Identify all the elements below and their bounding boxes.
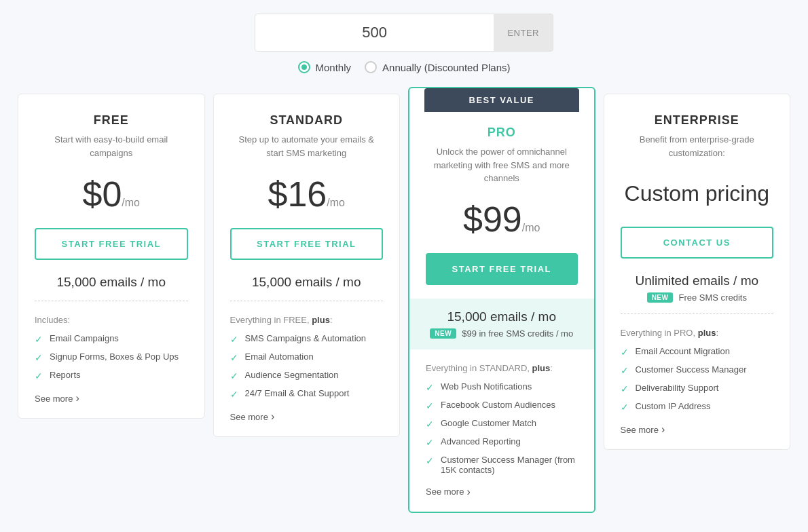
list-item: ✓ Customer Success Manager bbox=[621, 364, 774, 376]
enterprise-plan-name: ENTERPRISE bbox=[621, 113, 774, 128]
list-item: ✓ SMS Campaigns & Automation bbox=[230, 333, 384, 345]
pro-plan-description: Unlock the power of omnichannel marketin… bbox=[426, 145, 578, 185]
check-icon: ✓ bbox=[35, 370, 43, 381]
list-item: ✓ Email Automation bbox=[230, 352, 384, 363]
enterprise-emails-amount: Unlimited emails / mo bbox=[621, 273, 774, 288]
check-icon: ✓ bbox=[621, 402, 629, 413]
check-icon: ✓ bbox=[230, 389, 238, 400]
free-plan-name: FREE bbox=[35, 113, 188, 128]
enterprise-plan-card: ENTERPRISE Benefit from enterprise-grade… bbox=[604, 94, 791, 450]
free-price-period: /mo bbox=[122, 197, 140, 208]
free-features-label: Includes: bbox=[35, 315, 188, 325]
monthly-radio-circle bbox=[298, 61, 310, 73]
standard-cta-button[interactable]: START FREE TRIAL bbox=[230, 228, 384, 260]
check-icon: ✓ bbox=[426, 400, 434, 411]
pro-see-more[interactable]: See more bbox=[426, 486, 578, 498]
enterprise-price-custom: Custom pricing bbox=[621, 174, 774, 213]
standard-emails-amount: 15,000 emails / mo bbox=[230, 275, 384, 290]
check-icon: ✓ bbox=[230, 352, 238, 363]
enter-button[interactable]: ENTER bbox=[494, 14, 553, 51]
check-icon: ✓ bbox=[230, 370, 238, 381]
check-icon: ✓ bbox=[426, 455, 434, 466]
standard-plan-description: Step up to automate your emails & start … bbox=[230, 133, 384, 160]
enterprise-features-section: Everything in PRO, plus: ✓ Email Account… bbox=[621, 328, 774, 413]
feature-text: Signup Forms, Boxes & Pop Ups bbox=[50, 352, 179, 362]
enterprise-new-tag: NEW bbox=[647, 292, 674, 303]
standard-features-section: Everything in FREE, plus: ✓ SMS Campaign… bbox=[230, 315, 384, 400]
list-item: ✓ Google Customer Match bbox=[426, 418, 578, 430]
feature-text: Email Campaigns bbox=[50, 333, 119, 343]
list-item: ✓ Web Push Notifications bbox=[426, 381, 578, 393]
list-item: ✓ Custom IP Address bbox=[621, 401, 774, 413]
pro-plan-name: PRO bbox=[426, 126, 578, 140]
feature-text: Customer Success Manager (from 15K conta… bbox=[441, 455, 578, 475]
standard-plan-price: $16/mo bbox=[230, 174, 384, 214]
free-emails-section: 15,000 emails / mo bbox=[35, 275, 188, 301]
feature-text: Facebook Custom Audiences bbox=[441, 400, 555, 410]
list-item: ✓ Advanced Reporting bbox=[426, 436, 578, 448]
feature-text: SMS Campaigns & Automation bbox=[245, 333, 366, 343]
feature-text: Audience Segmentation bbox=[245, 370, 339, 380]
free-see-more[interactable]: See more bbox=[35, 392, 188, 404]
annually-radio[interactable]: Annually (Discounted Plans) bbox=[365, 61, 510, 73]
check-icon: ✓ bbox=[426, 437, 434, 448]
check-icon: ✓ bbox=[230, 334, 238, 345]
plans-container: FREE Start with easy-to-build email camp… bbox=[0, 80, 808, 513]
free-emails-amount: 15,000 emails / mo bbox=[35, 275, 188, 290]
pro-sms-badge: NEW $99 in free SMS credits / mo bbox=[426, 328, 578, 339]
contact-count-value: 500 bbox=[255, 24, 494, 41]
free-plan-card: FREE Start with easy-to-build email camp… bbox=[18, 94, 205, 419]
check-icon: ✓ bbox=[621, 347, 629, 358]
enterprise-see-more[interactable]: See more bbox=[621, 423, 774, 436]
billing-toggle: Monthly Annually (Discounted Plans) bbox=[298, 61, 511, 73]
contact-count-box: 500 ENTER bbox=[255, 14, 553, 52]
enterprise-sms-badge: NEW Free SMS credits bbox=[621, 292, 774, 303]
check-icon: ✓ bbox=[35, 334, 43, 345]
enterprise-emails-section: Unlimited emails / mo NEW Free SMS credi… bbox=[621, 273, 774, 314]
pro-price-period: /mo bbox=[522, 222, 540, 233]
feature-text: Reports bbox=[50, 370, 81, 380]
list-item: ✓ Email Campaigns bbox=[35, 333, 188, 345]
top-section: 500 ENTER Monthly Annually (Discounted P… bbox=[0, 0, 808, 80]
feature-text: Deliverability Support bbox=[636, 383, 719, 393]
monthly-radio[interactable]: Monthly bbox=[298, 61, 352, 73]
annually-radio-circle bbox=[365, 61, 377, 73]
feature-text: Custom IP Address bbox=[636, 401, 711, 411]
pro-emails-section: 15,000 emails / mo NEW $99 in free SMS c… bbox=[409, 299, 594, 349]
enterprise-plan-price: Custom pricing bbox=[621, 174, 774, 213]
standard-plan-name: STANDARD bbox=[230, 113, 384, 128]
list-item: ✓ Email Account Migration bbox=[621, 346, 774, 358]
enterprise-cta-button[interactable]: CONTACT US bbox=[621, 227, 774, 259]
list-item: ✓ 24/7 Email & Chat Support bbox=[230, 388, 384, 400]
list-item: ✓ Signup Forms, Boxes & Pop Ups bbox=[35, 352, 188, 363]
enterprise-features-label: Everything in PRO, plus: bbox=[621, 328, 774, 338]
pro-sms-text: $99 in free SMS credits / mo bbox=[462, 328, 573, 339]
standard-emails-section: 15,000 emails / mo bbox=[230, 275, 384, 301]
free-price-amount: $0 bbox=[82, 174, 122, 214]
pro-features-section: Everything in STANDARD, plus: ✓ Web Push… bbox=[426, 349, 578, 475]
enterprise-sms-text: Free SMS credits bbox=[678, 292, 746, 303]
check-icon: ✓ bbox=[621, 365, 629, 376]
standard-see-more[interactable]: See more bbox=[230, 411, 384, 423]
feature-text: Customer Success Manager bbox=[636, 364, 747, 375]
feature-text: Email Automation bbox=[245, 352, 314, 362]
annually-label: Annually (Discounted Plans) bbox=[382, 62, 510, 73]
pro-new-tag: NEW bbox=[430, 328, 456, 339]
enterprise-plan-description: Benefit from enterprise-grade customizat… bbox=[621, 133, 774, 160]
check-icon: ✓ bbox=[621, 383, 629, 394]
free-features-section: Includes: ✓ Email Campaigns ✓ Signup For… bbox=[35, 315, 188, 381]
standard-price-amount: $16 bbox=[268, 174, 327, 214]
standard-price-period: /mo bbox=[327, 197, 345, 208]
pro-plan-card: BEST VALUE PRO Unlock the power of omnic… bbox=[408, 87, 595, 513]
pro-price-amount: $99 bbox=[463, 200, 522, 239]
pro-emails-amount: 15,000 emails / mo bbox=[426, 309, 578, 324]
list-item: ✓ Reports bbox=[35, 370, 188, 381]
feature-text: Web Push Notifications bbox=[441, 381, 532, 392]
free-cta-button[interactable]: START FREE TRIAL bbox=[35, 228, 188, 260]
standard-plan-card: STANDARD Step up to automate your emails… bbox=[213, 94, 401, 437]
free-plan-price: $0/mo bbox=[35, 174, 188, 214]
feature-text: 24/7 Email & Chat Support bbox=[245, 388, 350, 398]
standard-features-label: Everything in FREE, plus: bbox=[230, 315, 384, 325]
feature-text: Advanced Reporting bbox=[441, 436, 521, 446]
pro-cta-button[interactable]: START FREE TRIAL bbox=[426, 253, 578, 285]
